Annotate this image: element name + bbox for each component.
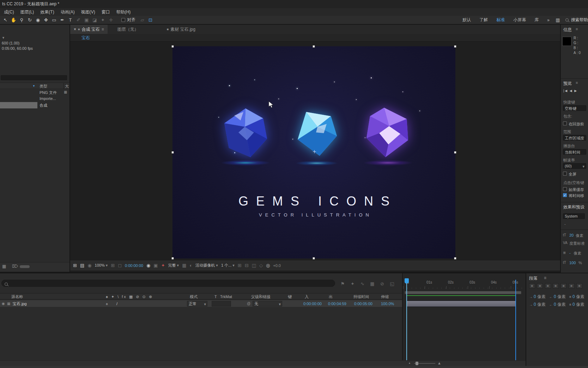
grid-icon[interactable]: ⊞ bbox=[238, 261, 242, 269]
monitor-icon[interactable]: ▤ bbox=[80, 261, 84, 269]
eraser-tool-icon[interactable]: ◪ bbox=[91, 16, 99, 24]
source-name-column[interactable]: 源名称 bbox=[11, 293, 23, 300]
fast-previews-icon[interactable]: ▦ bbox=[182, 261, 186, 269]
range-select[interactable]: 工作区域按 bbox=[563, 135, 586, 141]
mode-column[interactable]: 模式 bbox=[190, 293, 198, 300]
workspace-overflow-chevron[interactable]: » bbox=[543, 18, 554, 23]
view-layout-select[interactable]: 1 个... ▾ bbox=[221, 263, 235, 268]
work-area-end-line[interactable] bbox=[515, 280, 516, 360]
transparency-grid-icon[interactable]: ◐ bbox=[189, 261, 192, 269]
trash-icon[interactable]: ⌦ bbox=[12, 264, 18, 269]
selection-handle-sw[interactable] bbox=[171, 257, 174, 260]
rulers-icon[interactable]: ⊟ bbox=[245, 261, 249, 269]
mask-visibility-icon[interactable]: ▱ bbox=[138, 16, 146, 24]
timeline-zoom-slider-handle[interactable] bbox=[416, 362, 418, 365]
parent-link-column[interactable]: 父级和链接 bbox=[251, 293, 271, 300]
move-time-checkbox[interactable]: ✓ bbox=[563, 193, 567, 197]
pre-play-checkbox[interactable] bbox=[563, 121, 567, 125]
shortcut-select[interactable]: 空格键 bbox=[563, 105, 586, 111]
flowchart-icon[interactable]: ⊞ bbox=[73, 261, 77, 269]
snapshot-icon[interactable]: ◉ bbox=[146, 261, 150, 269]
exposure-reset-icon[interactable]: ◎ bbox=[266, 261, 270, 269]
close-icon[interactable]: × bbox=[74, 27, 76, 32]
parent-select[interactable]: 无▾ bbox=[253, 301, 282, 307]
indent-left-field[interactable]: →0 像素 bbox=[529, 294, 546, 300]
selection-handle-se[interactable] bbox=[454, 257, 456, 260]
align-left-button[interactable]: ≡ bbox=[529, 283, 535, 289]
project-row-composition[interactable]: 合成 bbox=[0, 102, 69, 108]
space-before-field[interactable]: →0 像素 bbox=[529, 302, 546, 308]
snap-icon[interactable]: ⊡ bbox=[146, 16, 154, 24]
zoom-in-icon[interactable]: ▲ bbox=[437, 361, 441, 365]
panel-menu-icon[interactable]: ≡ bbox=[544, 275, 546, 280]
graph-editor-icon[interactable]: ⊘ bbox=[378, 280, 386, 288]
workspace-standard[interactable]: 标准 bbox=[492, 17, 509, 23]
layer-duration-bar[interactable] bbox=[407, 301, 516, 307]
playhead-handle[interactable] bbox=[405, 278, 409, 283]
justify-last-right-button[interactable]: ≡ bbox=[569, 283, 575, 289]
pen-tool-icon[interactable]: ✒ bbox=[58, 16, 66, 24]
trkmat-t-column[interactable]: T bbox=[214, 293, 217, 300]
project-search-field[interactable] bbox=[1, 75, 67, 80]
roto-brush-tool-icon[interactable]: ✦ bbox=[99, 16, 107, 24]
metrics-value[interactable]: 度量标准 bbox=[569, 241, 585, 246]
work-area-bar[interactable] bbox=[405, 291, 521, 294]
zoom-out-icon[interactable]: ▴ bbox=[409, 361, 410, 364]
key-column[interactable]: 键 bbox=[288, 293, 292, 300]
transport-controls[interactable]: |◀ ◀ ▶ bbox=[563, 89, 577, 93]
menu-help[interactable]: 帮助(H) bbox=[113, 8, 134, 16]
justify-all-button[interactable]: ≡ bbox=[576, 283, 582, 289]
show-snapshot-icon[interactable]: ▣ bbox=[153, 261, 158, 269]
font-size-value[interactable]: 20 bbox=[569, 233, 574, 237]
always-preview-icon[interactable]: ◉ bbox=[87, 261, 91, 269]
duration-column[interactable]: 持续时间 bbox=[353, 293, 369, 300]
composition-mini-flowchart-icon[interactable]: ⚑ bbox=[339, 280, 347, 288]
selection-handle-n[interactable] bbox=[313, 45, 315, 48]
puppet-pin-tool-icon[interactable]: ✛ bbox=[107, 16, 115, 24]
in-column[interactable]: 入 bbox=[305, 293, 309, 300]
quality-switch-icon[interactable]: / bbox=[116, 300, 117, 307]
stretch-column[interactable]: 伸缩 bbox=[381, 293, 389, 300]
menu-composition[interactable]: 成(C) bbox=[1, 8, 17, 16]
parent-pickwhip-icon[interactable]: @ bbox=[247, 300, 250, 307]
tab-footage[interactable]: ■ 素材 宝石.jpg bbox=[163, 25, 199, 34]
search-help-label[interactable]: 搜索帮助 bbox=[571, 17, 588, 23]
effects-search-field[interactable]: System bbox=[563, 213, 585, 219]
framerate-select[interactable]: (60)▾ bbox=[563, 163, 586, 169]
fullscreen-checkbox[interactable] bbox=[563, 172, 567, 176]
shape-tool-icon[interactable]: ▭ bbox=[50, 16, 58, 24]
time-ruler[interactable]: 0s 01s 02s 03s 04s 05s bbox=[403, 280, 523, 289]
selection-handle-w[interactable] bbox=[171, 151, 174, 154]
shy-switch-icon[interactable]: ♠ bbox=[106, 300, 108, 307]
play-from-select[interactable]: 当前时间 bbox=[563, 149, 586, 155]
cache-checkbox[interactable] bbox=[563, 187, 567, 191]
camera-tool-icon[interactable]: ◉ bbox=[34, 16, 42, 24]
current-timecode[interactable]: 0:00:00:00 bbox=[125, 263, 143, 268]
interpret-footage-icon[interactable]: ▦ bbox=[64, 90, 67, 94]
align-right-button[interactable]: ≡ bbox=[545, 283, 551, 289]
project-row-footage[interactable]: PNG 文件 ▦ bbox=[0, 89, 69, 96]
thumbnail-size-slider[interactable] bbox=[20, 265, 30, 268]
guides-icon[interactable]: ◫ bbox=[252, 261, 256, 269]
auto-leading-field[interactable]: ≡0 像素 bbox=[569, 302, 584, 308]
camera-select[interactable]: 活动摄像机 ▾ bbox=[195, 263, 218, 268]
trkmat-select[interactable] bbox=[212, 301, 231, 307]
effects-sub-item[interactable]: - bbox=[564, 222, 566, 226]
tab-layer[interactable]: 图层（无） bbox=[114, 25, 142, 34]
zoom-tool-icon[interactable]: ⚲ bbox=[18, 16, 26, 24]
shy-toggle-icon[interactable]: ✦ bbox=[348, 280, 357, 288]
panel-menu-icon[interactable]: ≡ bbox=[102, 27, 104, 32]
search-help-icon[interactable] bbox=[565, 18, 569, 22]
region-of-interest-icon[interactable]: ◻ bbox=[118, 261, 122, 269]
layer-duration-value[interactable]: 0:00:05:00 bbox=[354, 300, 372, 307]
menu-window[interactable]: 窗口 bbox=[98, 8, 113, 16]
size-column-header[interactable]: 大 bbox=[65, 84, 69, 89]
selection-tool-icon[interactable]: ↖ bbox=[1, 16, 10, 24]
layer-row[interactable]: ◉ ▦ 宝石.jpg ♠ / 正常▾ @ 无▾ 0:00:00:00 0:00:… bbox=[0, 300, 402, 307]
blend-mode-select[interactable]: 正常▾ bbox=[187, 301, 207, 307]
clone-stamp-tool-icon[interactable]: ▣ bbox=[83, 16, 91, 24]
type-tool-icon[interactable]: T bbox=[66, 16, 74, 24]
menu-layer[interactable]: 图层(L) bbox=[17, 8, 37, 16]
space-after-field[interactable]: ←0 像素 bbox=[549, 302, 566, 308]
first-line-indent-field[interactable]: ≡0 像素 bbox=[569, 294, 584, 300]
